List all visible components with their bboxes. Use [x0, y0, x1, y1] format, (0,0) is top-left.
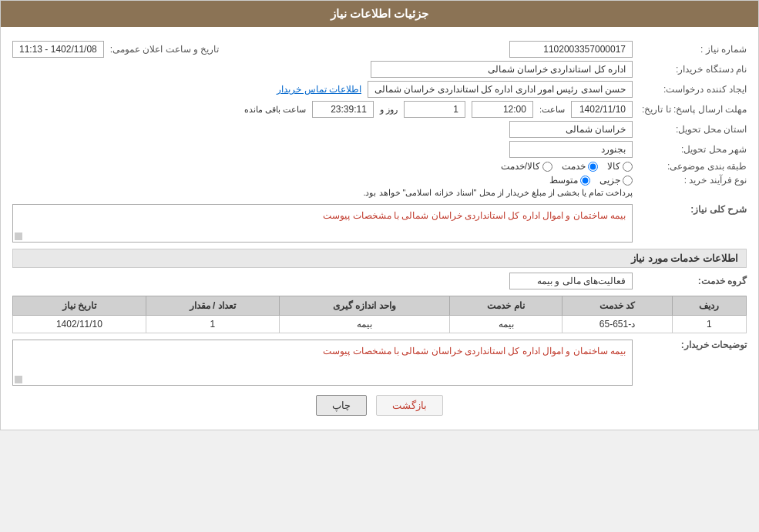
subject-option-khadamat[interactable]: خدمت [562, 161, 598, 172]
col-code: کد خدمت [563, 296, 672, 316]
announcement-label: تاریخ و ساعت اعلان عمومی: [110, 44, 220, 55]
action-buttons: بازگشت چاپ [12, 395, 747, 416]
purchase-type-joz[interactable]: جزیی [599, 175, 633, 186]
delivery-city-label: شهر محل تحویل: [639, 144, 747, 155]
general-desc-value: بیمه ساختمان و اموال اداره کل استانداردی… [16, 208, 629, 223]
delivery-province-label: استان محل تحویل: [639, 124, 747, 135]
service-group-label: گروه خدمت: [639, 276, 747, 286]
cell-quantity: 1 [146, 316, 279, 333]
cell-code: د-651-65 [563, 316, 672, 333]
send-deadline-remaining: 23:39:11 [312, 101, 374, 118]
creator-contact-link[interactable]: اطلاعات تماس خریدار [277, 84, 361, 95]
general-desc-label: شرح کلی نیاز: [639, 204, 747, 215]
need-number-value: 1102003357000017 [509, 41, 633, 58]
buyer-org-value: اداره کل استانداردی خراسان شمالی [371, 61, 633, 78]
col-date: تاریخ نیاز [13, 296, 146, 316]
creator-value: حسن اسدی رئیس امور اداری اداره کل استاند… [368, 81, 633, 98]
announcement-value: 1402/11/08 - 11:13 [12, 41, 104, 58]
buyer-desc-value: بیمه ساختمان و اموال اداره کل استانداردی… [16, 343, 629, 359]
purchase-type-mota[interactable]: متوسط [549, 175, 590, 186]
back-button[interactable]: بازگشت [376, 395, 443, 416]
send-deadline-date: 1402/11/10 [571, 101, 633, 118]
print-button[interactable]: چاپ [316, 395, 367, 416]
services-section-title: اطلاعات خدمات مورد نیاز [12, 249, 747, 268]
send-deadline-label: مهلت ارسال پاسخ: تا تاریخ: [639, 104, 747, 115]
services-table-section: ردیف کد خدمت نام خدمت واحد اندازه گیری ت… [12, 296, 747, 333]
cell-unit: بیمه [279, 316, 449, 333]
send-deadline-days-label: روز و [380, 105, 398, 115]
buyer-desc-resize-handle[interactable] [15, 376, 22, 383]
subject-option-kala-khadamat[interactable]: کالا/خدمت [501, 161, 552, 172]
send-deadline-time-label: ساعت: [539, 105, 565, 115]
page-header: جزئیات اطلاعات نیاز [1, 1, 758, 27]
send-deadline-days: 1 [404, 101, 465, 118]
col-quantity: تعداد / مقدار [146, 296, 279, 316]
col-row: ردیف [672, 296, 746, 316]
delivery-province-value: خراسان شمالی [509, 121, 633, 138]
subject-option-kala[interactable]: کالا [607, 161, 633, 172]
cell-date: 1402/11/10 [13, 316, 146, 333]
delivery-city-value: بجنورد [509, 141, 633, 158]
col-unit: واحد اندازه گیری [279, 296, 449, 316]
need-number-label: شماره نیاز : [639, 44, 747, 55]
subject-label: طبقه بندی موضوعی: [639, 161, 747, 172]
cell-name: بیمه [449, 316, 563, 333]
send-deadline-remaining-label: ساعت باقی مانده [244, 105, 306, 115]
services-table: ردیف کد خدمت نام خدمت واحد اندازه گیری ت… [12, 296, 747, 333]
buyer-desc-label: توضیحات خریدار: [639, 340, 747, 350]
purchase-type-note: پرداخت تمام یا بخشی از مبلغ خریدار از مح… [363, 188, 633, 198]
table-row: 1 د-651-65 بیمه بیمه 1 1402/11/10 [13, 316, 747, 333]
cell-row: 1 [672, 316, 746, 333]
textarea-resize-handle[interactable] [15, 233, 22, 240]
send-deadline-time: 12:00 [472, 101, 533, 118]
service-group-value: فعالیت‌های مالی و بیمه [509, 273, 633, 289]
subject-radio-group: کالا خدمت کالا/خدمت [501, 161, 633, 172]
buyer-org-label: نام دستگاه خریدار: [639, 64, 747, 75]
col-name: نام خدمت [449, 296, 563, 316]
creator-label: ایجاد کننده درخواست: [639, 84, 747, 95]
purchase-type-label: نوع فرآیند خرید : [639, 175, 747, 186]
purchase-type-radio-group: جزیی متوسط [363, 175, 633, 186]
